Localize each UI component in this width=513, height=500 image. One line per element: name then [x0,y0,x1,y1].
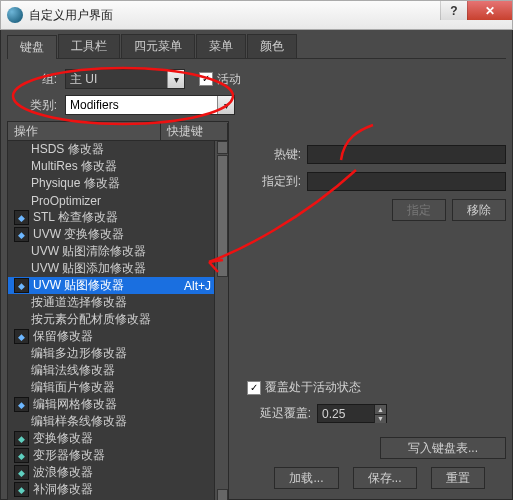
item-label: UVW 变换修改器 [33,226,180,243]
help-button[interactable]: ? [440,1,467,20]
item-label: 按通道选择修改器 [31,294,180,311]
list-item[interactable]: 编辑法线修改器 [8,362,228,379]
write-keyboard-button[interactable]: 写入键盘表... [380,437,506,459]
modifier-icon: ◆ [14,448,29,463]
close-button[interactable]: ✕ [467,1,512,20]
title-bar: 自定义用户界面 ? ✕ [0,0,513,30]
item-label: 按元素分配材质修改器 [31,311,180,328]
spin-up-icon[interactable]: ▲ [374,405,386,415]
tab-keyboard[interactable]: 键盘 [7,35,57,59]
item-label: 保留修改器 [33,328,180,345]
item-label: HSDS 修改器 [31,141,180,158]
tab-colors[interactable]: 颜色 [247,34,297,58]
modifier-icon: ◆ [14,431,29,446]
group-label: 组: [7,71,57,88]
list-item[interactable]: ◆变形器修改器 [8,447,228,464]
window-body: 键盘 工具栏 四元菜单 菜单 颜色 组: 主 UI ▾ ✓ 活动 类别: Mod… [0,30,513,500]
modifier-icon [14,194,27,207]
list-item[interactable]: MultiRes 修改器 [8,158,228,175]
item-label: UVW 贴图清除修改器 [31,243,180,260]
list-item[interactable]: ◆UVW 变换修改器 [8,226,228,243]
item-label: Physique 修改器 [31,175,180,192]
hotkey-input[interactable] [307,145,506,164]
delay-value: 0.25 [322,407,345,421]
scrollbar[interactable] [214,141,228,500]
modifier-icon: ◆ [14,482,29,497]
list-item[interactable]: UVW 贴图添加修改器 [8,260,228,277]
item-label: UVW 贴图修改器 [33,277,180,294]
spin-down-icon[interactable]: ▼ [374,415,386,424]
modifier-icon: ◆ [14,278,29,293]
list-item[interactable]: ◆波浪修改器 [8,464,228,481]
modifier-icon [14,245,27,258]
assign-to-input[interactable] [307,172,506,191]
list-item[interactable]: ProOptimizer [8,192,228,209]
item-label: STL 检查修改器 [33,209,180,226]
item-label: ProOptimizer [31,194,180,208]
remove-button[interactable]: 移除 [452,199,506,221]
modifier-icon [14,160,27,173]
assign-button[interactable]: 指定 [392,199,446,221]
hotkey-label: 热键: [247,146,301,163]
window-title: 自定义用户界面 [29,7,440,24]
list-item[interactable]: UVW 贴图清除修改器 [8,243,228,260]
chevron-down-icon: ▾ [217,96,234,114]
save-button[interactable]: 保存... [353,467,417,489]
assign-to-label: 指定到: [247,173,301,190]
category-combo[interactable]: Modifiers ▾ [65,95,235,115]
group-combo[interactable]: 主 UI ▾ [65,69,185,89]
list-item[interactable]: ◆补洞修改器 [8,481,228,498]
col-hotkey[interactable]: 快捷键 [161,123,228,140]
scroll-thumb[interactable] [217,155,228,277]
list-item[interactable]: HSDS 修改器 [8,141,228,158]
col-action[interactable]: 操作 [8,123,161,140]
modifier-icon [14,177,27,190]
modifier-icon [14,262,27,275]
override-checkbox[interactable]: ✓ [247,381,261,395]
modifier-icon [14,313,27,326]
item-label: 编辑网格修改器 [33,396,180,413]
chevron-down-icon: ▾ [167,70,184,88]
item-label: 变形器修改器 [33,447,180,464]
category-value: Modifiers [70,98,119,112]
load-button[interactable]: 加载... [274,467,338,489]
item-label: 编辑面片修改器 [31,379,180,396]
delay-spinner[interactable]: 0.25 ▲▼ [317,404,387,423]
list-item[interactable]: ◆变换修改器 [8,430,228,447]
active-label: 活动 [217,71,241,88]
delay-label: 延迟覆盖: [247,405,311,422]
list-item[interactable]: 编辑样条线修改器 [8,413,228,430]
modifier-icon [14,381,27,394]
list-header: 操作 快捷键 [8,122,228,141]
modifier-icon [14,143,27,156]
list-item[interactable]: ◆编辑网格修改器 [8,396,228,413]
list-item[interactable]: ◆STL 检查修改器 [8,209,228,226]
list-item[interactable]: Physique 修改器 [8,175,228,192]
list-item[interactable]: 编辑面片修改器 [8,379,228,396]
list-item[interactable]: 编辑多边形修改器 [8,345,228,362]
modifier-icon [14,296,27,309]
modifier-icon [14,347,27,360]
reset-button[interactable]: 重置 [431,467,485,489]
item-label: 编辑法线修改器 [31,362,180,379]
modifier-icon: ◆ [14,397,29,412]
item-label: 变换修改器 [33,430,180,447]
item-label: UVW 贴图添加修改器 [31,260,180,277]
list-item[interactable]: ◆UVW 贴图修改器Alt+J [8,277,228,294]
override-label: 覆盖处于活动状态 [265,379,361,396]
tab-quad-menus[interactable]: 四元菜单 [121,34,195,58]
item-label: 编辑多边形修改器 [31,345,180,362]
group-value: 主 UI [70,71,97,88]
modifier-icon: ◆ [14,227,29,242]
list-item[interactable]: 按通道选择修改器 [8,294,228,311]
active-checkbox[interactable]: ✓ [199,72,213,86]
action-list[interactable]: 操作 快捷键 HSDS 修改器MultiRes 修改器Physique 修改器P… [7,121,229,500]
list-item[interactable]: ◆保留修改器 [8,328,228,345]
item-label: 补洞修改器 [33,481,180,498]
modifier-icon: ◆ [14,329,29,344]
category-label: 类别: [7,97,57,114]
modifier-icon [14,364,27,377]
tab-menus[interactable]: 菜单 [196,34,246,58]
tab-toolbars[interactable]: 工具栏 [58,34,120,58]
list-item[interactable]: 按元素分配材质修改器 [8,311,228,328]
